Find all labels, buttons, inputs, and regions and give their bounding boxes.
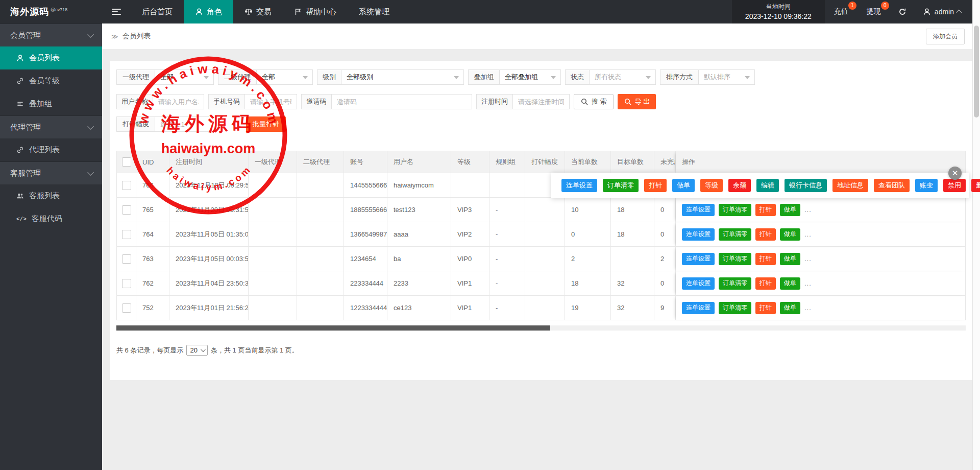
more-actions[interactable]: ...	[804, 206, 812, 214]
search-button[interactable]: 搜 索	[574, 94, 614, 109]
nav-item-home[interactable]: 后台首页	[131, 0, 184, 24]
make-order-button[interactable]: 做单	[780, 253, 800, 265]
chain-order-settings-button[interactable]: 连单设置	[682, 302, 715, 314]
nav-item-help-center[interactable]: 帮助中心	[283, 0, 348, 24]
reg-time-input[interactable]	[513, 94, 570, 109]
row-actions-cell: 连单设置订单清零打针做单...	[676, 296, 966, 320]
cell-uid: 763	[136, 247, 169, 271]
popup-chain-order-settings-button[interactable]: 连单设置	[561, 179, 597, 192]
inject-button[interactable]: 打针	[755, 277, 776, 290]
popup-view-team-button[interactable]: 查看团队	[874, 179, 910, 192]
cell-range	[525, 247, 565, 271]
add-member-button[interactable]: 添加会员	[926, 29, 965, 44]
row-checkbox[interactable]	[122, 181, 131, 190]
agent2-select[interactable]: 全部	[257, 69, 313, 85]
page-size-select[interactable]: 20	[186, 345, 207, 356]
sidebar-group-label: 客服管理	[10, 169, 41, 178]
row-checkbox[interactable]	[122, 254, 131, 264]
sidebar-item-label: 客服列表	[29, 191, 60, 201]
filter-label: 注册时间	[476, 94, 513, 109]
nav-item-role[interactable]: 角色	[184, 0, 233, 24]
more-actions[interactable]: ...	[804, 304, 812, 312]
search-button-label: 搜 索	[592, 97, 607, 106]
chain-order-settings-button[interactable]: 连单设置	[682, 204, 715, 216]
refresh-button[interactable]	[890, 0, 915, 24]
chain-order-settings-button[interactable]: 连单设置	[682, 253, 715, 265]
vertical-scrollbar-thumb[interactable]	[974, 26, 979, 118]
popup-disable-button[interactable]: 禁用	[943, 179, 966, 192]
popup-address-info-button[interactable]: 地址信息	[832, 179, 868, 192]
make-order-button[interactable]: 做单	[780, 277, 800, 290]
order-reset-button[interactable]: 订单清零	[719, 204, 751, 216]
sidebar-group-agent-mgmt[interactable]: 代理管理	[0, 115, 102, 138]
stack-group-select[interactable]: 全部叠加组	[500, 69, 561, 85]
nav-item-system-mgmt[interactable]: 系统管理	[348, 0, 401, 24]
export-button[interactable]: 导 出	[618, 94, 656, 109]
make-order-button[interactable]: 做单	[780, 302, 800, 314]
cell-target: 18	[611, 198, 654, 222]
close-icon[interactable]: ✕	[948, 167, 962, 180]
row-checkbox-cell	[117, 198, 136, 222]
order-reset-button[interactable]: 订单清零	[719, 302, 751, 314]
make-order-button[interactable]: 做单	[780, 204, 800, 216]
more-actions[interactable]: ...	[804, 255, 812, 263]
inject-button[interactable]: 打针	[755, 302, 776, 314]
inject-button[interactable]: 打针	[755, 228, 776, 241]
batch-inject-button[interactable]: 批量打针	[246, 116, 286, 132]
sidebar-item-service-list[interactable]: 客服列表	[0, 184, 102, 207]
cell-rule: -	[489, 296, 525, 320]
more-actions[interactable]: ...	[804, 230, 812, 238]
agent1-select[interactable]: 全部	[155, 69, 214, 85]
popup-make-order-button[interactable]: 做单	[672, 179, 695, 192]
table-row: 7522023年11月01日 21:56:271223334444ce123VI…	[117, 296, 966, 320]
select-all-checkbox[interactable]	[122, 157, 131, 167]
level-select[interactable]: 全部级别	[341, 69, 464, 85]
row-actions-cell: 连单设置订单清零打针做单...	[676, 198, 966, 222]
status-select[interactable]: 所有状态	[590, 69, 656, 85]
withdraw-button[interactable]: 提现 0	[857, 0, 890, 24]
row-checkbox[interactable]	[122, 230, 131, 239]
popup-account-change-button[interactable]: 账变	[915, 179, 938, 192]
horizontal-scrollbar-thumb[interactable]	[116, 325, 550, 331]
admin-menu[interactable]: admin	[915, 0, 973, 24]
sidebar-item-stack-group[interactable]: 叠加组	[0, 92, 102, 115]
popup-inject-button[interactable]: 打针	[644, 179, 667, 192]
sidebar-group-member-mgmt[interactable]: 会员管理	[0, 24, 102, 46]
popup-bank-card-info-button[interactable]: 银行卡信息	[785, 179, 827, 192]
sidebar-item-member-level[interactable]: 会员等级	[0, 69, 102, 92]
nav-item-trade[interactable]: 交易	[233, 0, 283, 24]
invite-code-input[interactable]	[332, 94, 472, 109]
sidebar-item-agent-list[interactable]: 代理列表	[0, 138, 102, 161]
phone-filter: 手机号码	[208, 94, 297, 109]
sidebar-group-service-mgmt[interactable]: 客服管理	[0, 161, 102, 184]
more-actions[interactable]: ...	[804, 279, 812, 287]
popup-level-button[interactable]: 等级	[700, 179, 723, 192]
make-order-button[interactable]: 做单	[780, 228, 800, 241]
popup-balance-button[interactable]: 余额	[728, 179, 751, 192]
sidebar-item-service-code[interactable]: </>客服代码	[0, 207, 102, 230]
row-checkbox[interactable]	[122, 279, 131, 288]
sidebar-collapse-icon[interactable]	[102, 0, 131, 24]
order-reset-button[interactable]: 订单清零	[719, 253, 751, 265]
order-reset-button[interactable]: 订单清零	[719, 228, 751, 241]
row-checkbox[interactable]	[122, 205, 131, 215]
sidebar-item-member-list[interactable]: 会员列表	[0, 46, 102, 69]
row-checkbox[interactable]	[122, 303, 131, 313]
flag-icon	[294, 8, 302, 16]
cell-undone: 0	[654, 271, 676, 296]
filter-label: 手机号码	[208, 94, 245, 109]
popup-edit-button[interactable]: 编辑	[756, 179, 779, 192]
inject-range-input[interactable]	[155, 116, 209, 132]
recharge-button[interactable]: 充值 1	[825, 0, 857, 24]
inject-button[interactable]: 打针	[755, 204, 776, 216]
order-reset-button[interactable]: 订单清零	[719, 277, 751, 290]
agent2-filter: 二级代理全部	[218, 69, 313, 85]
popup-order-reset-button[interactable]: 订单清零	[603, 179, 639, 192]
sort-select[interactable]: 默认排序	[699, 69, 755, 85]
phone-input[interactable]	[245, 94, 297, 109]
chain-order-settings-button[interactable]: 连单设置	[682, 228, 715, 241]
chain-order-settings-button[interactable]: 连单设置	[682, 277, 715, 290]
popup-delete-button[interactable]: 删除	[971, 179, 980, 192]
inject-button[interactable]: 打针	[755, 253, 776, 265]
username-input[interactable]	[153, 94, 204, 109]
